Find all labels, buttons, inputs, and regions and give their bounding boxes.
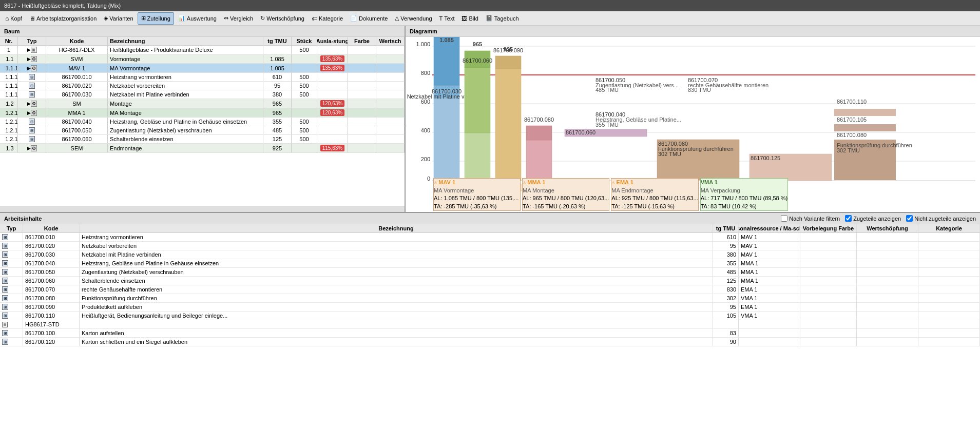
toolbar-bild[interactable]: 🖼 Bild [458,12,481,25]
bottom-row[interactable]: ⊞ 861700.040 Heizstrang, Gebläse und Pla… [0,259,980,268]
bottom-col-vorb: Vorbelegung Farbe [800,224,857,232]
toolbar-tagebuch-label: Tagebuch [494,15,519,22]
bottom-cell-personal: MAV 1 [739,250,800,259]
toolbar-vergleich[interactable]: ⇔ Vergleich [221,12,256,25]
tree-cell-kode: 861700.010 [46,73,108,81]
toolbar-wertschoepfung[interactable]: ↻ Wertschöpfung [257,12,308,25]
toolbar-auswertung[interactable]: 📊 Auswertung [175,12,220,25]
bottom-cell-bezeichnung: Karton schließen und ein Siegel aufklebe… [80,338,713,346]
svg-rect-26 [526,126,552,140]
tree-row[interactable]: 1.2.1 ▶ ⚙ MMA 1 MA Montage 965 120,63% [0,108,405,118]
bottom-row[interactable]: ⊞ 861700.110 Heißluftgerät, Bedienungsan… [0,312,980,320]
bottom-cell-typ [0,320,23,328]
tree-cell-farbe [348,144,376,152]
bottom-row[interactable]: HG8617-STD [0,320,980,329]
toolbar-kopf[interactable]: ⌂ Kopf [2,12,25,25]
tree-cell-nr: 1.1.1.2 [0,82,18,90]
toolbar-kategorie[interactable]: 🏷 Kategorie [309,12,346,25]
bottom-cell-kode: 861700.010 [23,233,80,241]
nach-variante-checkbox[interactable] [781,215,787,222]
bottom-row[interactable]: ⊞ 861700.070 rechte Gehäusehälfte montie… [0,285,980,294]
work-card-vma1: VMA 1 MA Verpackung AL: 717 TMU / 800 TM… [700,178,789,211]
bottom-row[interactable]: ⊞ 861700.080 Funktionsprüfung durchführe… [0,294,980,303]
bottom-cell-wert [857,320,918,328]
expand-icon: ▶ [27,66,31,71]
tree-row[interactable]: 1.2 ▶ ⚙ SM Montage 965 120,63% [0,99,405,108]
bottom-row[interactable]: ⊞ 861700.060 Schalterblende einsetzen 12… [0,277,980,285]
nicht-zugeteilt-checkbox[interactable] [906,215,913,222]
tree-cell-typ: ▶ ⚙ [18,64,46,72]
tree-row[interactable]: 1.1 ▶ ⚙ SVM Vormontage 1.085 135,63% [0,54,405,64]
bottom-row[interactable]: ⊞ 861700.050 Zugentlastung (Netzkabel) v… [0,268,980,277]
toolbar-dokumente[interactable]: 📄 Dokumente [347,12,391,25]
tree-row[interactable]: 1.1.1.1 ⊞ 861700.010 Heizstrang vormonti… [0,73,405,82]
bottom-row[interactable]: ⊞ 861700.010 Heizstrang vormontieren 610… [0,233,980,242]
toolbar-text[interactable]: T Text [436,12,458,25]
svg-text:861700.110: 861700.110 [837,99,867,105]
bottom-row[interactable]: ⊞ 861700.020 Netzkabel vorbereiten 95 MA… [0,242,980,250]
bottom-cell-bezeichnung: Netzkabel vorbereiten [80,242,713,250]
diagram-panel: Diagramm 1.000 800 600 400 200 0 [406,26,980,212]
bottom-cell-bezeichnung: Karton aufstellen [80,329,713,337]
bottom-cell-kode: 861700.020 [23,242,80,250]
tree-cell-stueck: 500 [292,46,317,54]
checkbox-nach-variante[interactable]: Nach Variante filtern [781,215,840,222]
tree-cell-bezeichnung: Heißluftgebläse - Produktvariante Deluxe [108,46,263,54]
bottom-cell-wert [857,329,918,337]
expand-icon: ▶ [27,146,31,151]
toolbar-auswertung-label: Auswertung [187,15,217,22]
tree-cell-nr: 1 [0,46,18,54]
tree-table-header: Nr. Typ Kode Bezeichnung tg TMU Stück Au… [0,37,405,46]
bottom-cell-bezeichnung: Produktetikett aufkleben [80,303,713,311]
tree-cell-stueck [292,108,317,117]
tree-row[interactable]: 1.3 ▶ ⚙ SEM Endmontage 925 115,63% [0,144,405,153]
bottom-cell-kat [918,250,980,259]
tree-cell-tgtmu: 485 [263,126,292,134]
bottom-row[interactable]: ⊞ 861700.090 Produktetikett aufkleben 95… [0,303,980,312]
triangle-icon: △ [395,15,399,22]
toolbar-tagebuch[interactable]: 📓 Tagebuch [483,12,522,25]
tree-row[interactable]: 1.1.1.3 ⊞ 861700.030 Netzkabel mit Plati… [0,90,405,99]
toolbar-arbeitsplatz[interactable]: 🖥 Arbeitsplatzorganisation [26,12,100,25]
bottom-cell-tgtmu: 380 [713,250,739,259]
tree-row[interactable]: 1.1.1.2 ⊞ 861700.020 Netzkabel vorbereit… [0,82,405,90]
tree-row[interactable]: 1.2.1.2 ⊞ 861700.050 Zugentlastung (Netz… [0,126,405,135]
tree-row[interactable]: 1.2.1.1 ⊞ 861700.040 Heizstrang, Gebläse… [0,118,405,126]
diagram-panel-header: Diagramm [406,26,980,37]
bottom-col-kode: Kode [23,224,80,232]
tree-row[interactable]: 1.2.1.3 ⊞ 861700.060 Schalterblende eins… [0,135,405,144]
svg-rect-40 [834,109,896,116]
bottom-cell-kat [918,242,980,250]
checkbox-zugeteilt[interactable]: Zugeteile anzeigen [845,215,901,222]
toolbar-varianten[interactable]: ◈ Varianten [101,12,136,25]
tree-cell-kode: HG-8617-DLX [46,46,108,54]
checkbox-nicht-zugeteilt[interactable]: Nicht zugeteile anzeigen [906,215,976,222]
tree-cell-farbe [348,54,376,63]
tree-cell-auslastung: 115,63% [317,144,348,152]
zugeteilt-checkbox[interactable] [845,215,852,222]
bottom-cell-wert [857,233,918,241]
bottom-row[interactable]: ⊞ 861700.030 Netzkabel mit Platine verbi… [0,250,980,259]
bottom-row[interactable]: ⊞ 861700.100 Karton aufstellen 83 [0,329,980,338]
tree-cell-typ: ⊞ [18,126,46,134]
toolbar-zuteilung[interactable]: ⊞ Zuteilung [138,12,174,25]
bottom-cell-vorb [800,303,857,311]
tree-cell-nr: 1.2.1.1 [0,118,18,126]
tree-col-farbe: Farbe [348,37,376,45]
tree-cell-bezeichnung: Montage [108,99,263,108]
bottom-cell-wert [857,250,918,259]
tree-row[interactable]: 1 ▶ ⊞ HG-8617-DLX Heißluftgebläse - Prod… [0,46,405,54]
svg-text:861700.080: 861700.080 [837,132,867,138]
window-title: 8617 - Heißluftgebläse komplett, Taktung… [4,3,121,9]
tree-cell-tgtmu: 95 [263,82,292,90]
bottom-row[interactable]: ⊞ 861700.120 Karton schließen und ein Si… [0,338,980,346]
tree-cell-tgtmu: 925 [263,144,292,152]
toolbar-verwendung[interactable]: △ Verwendung [392,12,435,25]
tree-scrollbar[interactable] [0,206,405,212]
tree-cell-stueck: 500 [292,73,317,81]
bottom-cell-personal [739,338,800,346]
bottom-cell-wert [857,268,918,276]
tree-row[interactable]: 1.1.1 ▶ ⚙ MAV 1 MA Vormontage 1.085 135,… [0,64,405,73]
bottom-cell-kode: 861700.060 [23,277,80,285]
bottom-cell-typ: ⊞ [0,268,23,276]
